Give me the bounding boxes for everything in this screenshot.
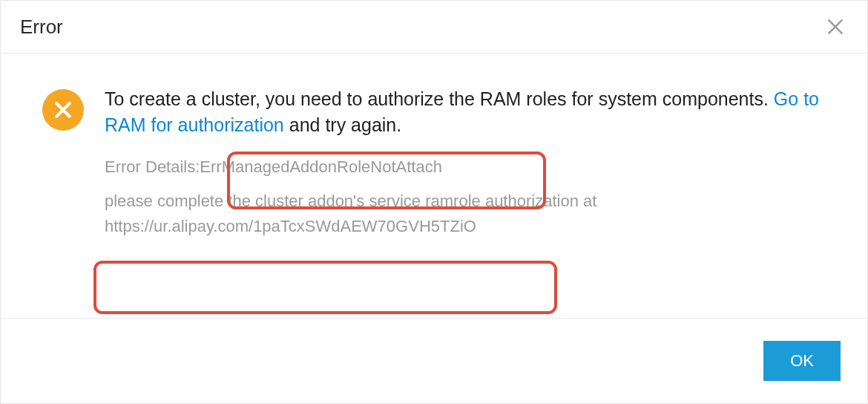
dialog-footer: OK: [1, 318, 867, 403]
error-cross-icon: [52, 99, 74, 121]
error-status-icon: [42, 89, 84, 131]
close-button[interactable]: [823, 14, 848, 39]
ok-button[interactable]: OK: [763, 341, 841, 381]
error-dialog: Error To create a cluster, you need to a…: [0, 0, 868, 404]
message-prefix: To create a cluster, you need to authori…: [105, 88, 774, 109]
dialog-header: Error: [1, 1, 867, 53]
main-message: To create a cluster, you need to authori…: [105, 86, 833, 138]
highlight-box-url: [93, 261, 557, 314]
error-details: Error Details:ErrManagedAddonRoleNotAtta…: [105, 154, 833, 239]
content-row: To create a cluster, you need to authori…: [42, 86, 833, 239]
dialog-title: Error: [20, 16, 63, 39]
dialog-body: To create a cluster, you need to authori…: [1, 53, 867, 318]
error-details-line1: Error Details:ErrManagedAddonRoleNotAtta…: [105, 154, 833, 180]
close-icon: [825, 16, 846, 37]
message-block: To create a cluster, you need to authori…: [105, 86, 833, 239]
error-details-line2: please complete the cluster addon's serv…: [105, 189, 833, 239]
message-suffix: and try again.: [284, 114, 401, 135]
